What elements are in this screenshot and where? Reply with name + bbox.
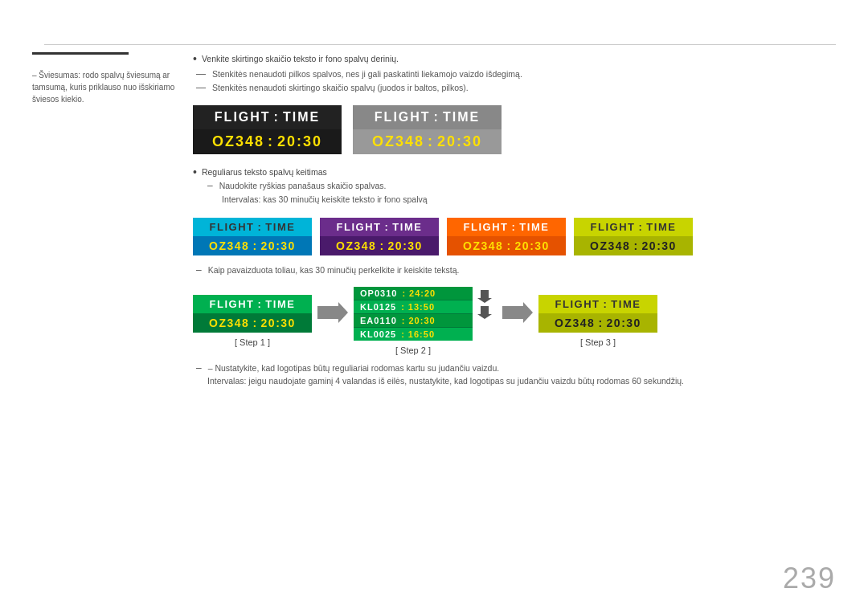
bullet-section-1: • Venkite skirtingo skaičio teksto ir fo… (193, 52, 836, 94)
flight-board-ygreen: FLIGHT : TIME OZ348 : 20:30 (574, 218, 693, 255)
flight-board-orange: FLIGHT : TIME OZ348 : 20:30 (447, 218, 566, 255)
bullet-text-2: Reguliarus teksto spalvų keitimas (202, 166, 327, 179)
board-gray-row1: FLIGHT : TIME (353, 105, 502, 129)
page-number: 239 (783, 562, 836, 595)
step1-block: FLIGHT : TIME OZ348 : 20:30 [ Step 1 ] (193, 295, 312, 347)
dash-item-1: — Stenkitės nenaudoti pilkos spalvos, ne… (193, 67, 836, 81)
top-divider (44, 44, 836, 45)
step2-row-2: KL0125 : 13:50 (354, 300, 473, 314)
bullet-dot-2: • (193, 166, 197, 179)
down-arrow-icon-1 (477, 290, 492, 303)
board-step1-row2: OZ348 : 20:30 (193, 313, 312, 333)
down-arrow-icon-2 (477, 306, 492, 319)
board-purple-row2: OZ348 : 20:30 (320, 236, 439, 255)
dash-item-2: — Stenkitės nenaudoti skirtingo skaičio … (193, 81, 836, 95)
board-gray-row2: OZ348 : 20:30 (353, 129, 502, 154)
dash-text-3: Kaip pavaizduota toliau, kas 30 minučių … (208, 264, 460, 277)
flight-board-cyan: FLIGHT : TIME OZ348 : 20:30 (193, 218, 312, 255)
sidebar: – Šviesumas: rodo spalvų šviesumą ar tam… (32, 52, 181, 105)
main-content: • Venkite skirtingo skaičio teksto ir fo… (193, 52, 836, 388)
board-dark-row1: FLIGHT : TIME (193, 105, 342, 129)
flight-board-purple: FLIGHT : TIME OZ348 : 20:30 (320, 218, 439, 255)
step3-label: [ Step 3 ] (580, 337, 616, 347)
bullet-item-1: • Venkite skirtingo skaičio teksto ir fo… (193, 52, 836, 66)
svg-marker-3 (502, 302, 533, 323)
down-arrows (477, 290, 492, 319)
step2-row-1: OP0310 : 24:20 (354, 287, 473, 300)
board-step1-row1: FLIGHT : TIME (193, 295, 312, 313)
note-section: – – Nustatykite, kad logotipas būtų regu… (193, 362, 836, 389)
note-dash-1: – (196, 362, 202, 375)
bullet-section-2: • Reguliarus teksto spalvų keitimas – Na… (193, 166, 836, 206)
steps-row: FLIGHT : TIME OZ348 : 20:30 [ Step 1 ] (193, 287, 836, 355)
flight-board-step1: FLIGHT : TIME OZ348 : 20:30 (193, 295, 312, 333)
subdash-text-2: Intervalas: kas 30 minučių keiskite teks… (222, 193, 428, 206)
right-arrow-icon-2 (502, 301, 533, 324)
board-dark-row2: OZ348 : 20:30 (193, 129, 342, 154)
step3-block: FLIGHT : TIME OZ348 : 20:30 [ Step 3 ] (538, 295, 657, 347)
note-item-2: Intervalas: jeigu naudojate gaminį 4 val… (193, 374, 836, 388)
board-orange-row2: OZ348 : 20:30 (447, 236, 566, 255)
board-orange-row1: FLIGHT : TIME (447, 218, 566, 236)
note-text-1: – Nustatykite, kad logotipas būtų reguli… (208, 362, 499, 375)
board-ygreen-row2: OZ348 : 20:30 (574, 236, 693, 255)
dash-text-1: Stenkitės nenaudoti pilkos spalvos, nes … (212, 67, 522, 81)
step-arrow-2 (497, 301, 538, 324)
flight-board-step2: OP0310 : 24:20 KL0125 : 13:50 EA0110 : 2… (354, 287, 473, 341)
step2-block: OP0310 : 24:20 KL0125 : 13:50 EA0110 : 2… (354, 287, 473, 355)
note-item-1: – – Nustatykite, kad logotipas būtų regu… (193, 362, 836, 375)
dash-mark-1: — (196, 67, 206, 81)
dash-mark-3: – (196, 264, 202, 277)
bullet-dot-1: • (193, 52, 197, 66)
note-text-2: Intervalas: jeigu naudojate gaminį 4 val… (207, 374, 684, 388)
svg-marker-2 (477, 306, 492, 319)
dash-text-2: Stenkitės nenaudoti skirtingo skaičio sp… (212, 81, 469, 95)
sidebar-rule (32, 52, 129, 55)
svg-marker-1 (477, 290, 492, 303)
step2-row-3: EA0110 : 20:30 (354, 314, 473, 328)
flight-board-gray: FLIGHT : TIME OZ348 : 20:30 (353, 105, 502, 154)
svg-marker-0 (317, 302, 348, 323)
board-purple-row1: FLIGHT : TIME (320, 218, 439, 236)
subdash-mark-1: – (207, 179, 213, 193)
step-arrow-1 (312, 301, 354, 324)
board-cyan-row1: FLIGHT : TIME (193, 218, 312, 236)
dash-item-3: – Kaip pavaizduota toliau, kas 30 minuči… (193, 264, 836, 277)
board-step3-row1: FLIGHT : TIME (538, 295, 657, 313)
sidebar-text: – Šviesumas: rodo spalvų šviesumą ar tam… (32, 69, 181, 105)
dash-mark-2: — (196, 81, 206, 95)
step2-label: [ Step 2 ] (395, 345, 431, 355)
bullet-text-1: Venkite skirtingo skaičio teksto ir fono… (202, 52, 399, 66)
large-boards-row: FLIGHT : TIME OZ348 : 20:30 FLIGHT : TIM… (193, 105, 836, 154)
right-arrow-icon (317, 301, 348, 324)
flight-board-step3: FLIGHT : TIME OZ348 : 20:30 (538, 295, 657, 333)
subdash-text-1: Naudokite ryškias panašaus skaičio spalv… (219, 179, 387, 193)
subdash-item-1: – Naudokite ryškias panašaus skaičio spa… (193, 179, 836, 193)
board-ygreen-row1: FLIGHT : TIME (574, 218, 693, 236)
flight-board-dark: FLIGHT : TIME OZ348 : 20:30 (193, 105, 342, 154)
step2-row-4: KL0025 : 16:50 (354, 328, 473, 341)
subdash-item-2: Intervalas: kas 30 minučių keiskite teks… (193, 193, 836, 206)
board-cyan-row2: OZ348 : 20:30 (193, 236, 312, 255)
small-boards-row: FLIGHT : TIME OZ348 : 20:30 FLIGHT : TIM… (193, 218, 836, 255)
step1-label: [ Step 1 ] (235, 337, 270, 347)
bullet-item-2: • Reguliarus teksto spalvų keitimas (193, 166, 836, 179)
step2-arrows (473, 290, 538, 335)
board-step3-row2: OZ348 : 20:30 (538, 313, 657, 333)
